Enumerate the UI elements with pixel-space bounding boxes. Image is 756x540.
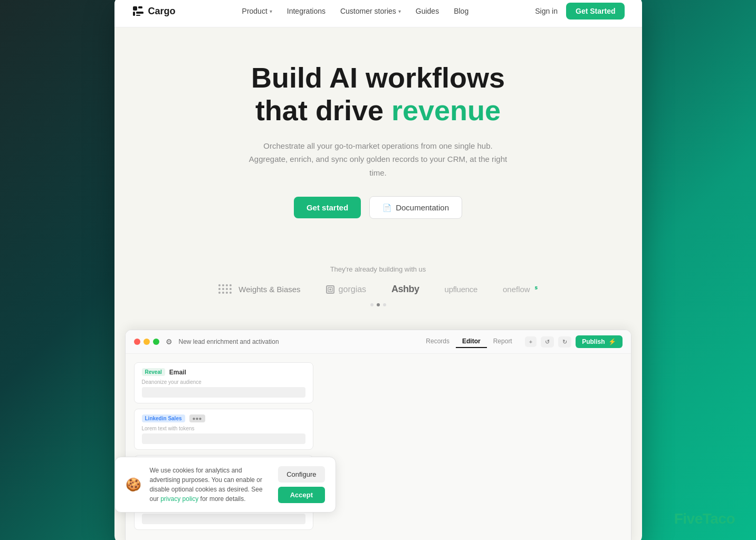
tl-red (134, 339, 140, 345)
get-started-nav-button[interactable]: Get Started (566, 3, 625, 20)
gorgias-icon (326, 285, 334, 294)
node-linkedin: Linkedin Sales ●●● Lorem text with token… (134, 409, 313, 450)
node-reveal: Reveal Email Deanonize your audience (134, 362, 313, 403)
dot-2 (377, 303, 380, 306)
sign-in-button[interactable]: Sign in (535, 7, 558, 15)
app-tab-editor[interactable]: Editor (456, 335, 487, 348)
nav-customer-stories[interactable]: Customer stories ▾ (340, 7, 401, 15)
node-sub-linkedin: Lorem text with tokens (142, 426, 305, 431)
node-badge-sync: ●●● (189, 414, 205, 422)
logo-upfluence: upfluence (445, 285, 477, 294)
app-tab-report[interactable]: Report (487, 335, 519, 348)
tl-green (153, 339, 159, 345)
nav-product[interactable]: Product ▾ (242, 7, 272, 15)
configure-button[interactable]: Configure (278, 466, 324, 483)
hero-title: Build AI workflows that drive revenue (136, 61, 621, 127)
watermark: FiveTaco (674, 510, 735, 527)
logos-label: They're already building with us (136, 265, 621, 273)
nav-integrations[interactable]: Integrations (287, 7, 326, 15)
node-badge-linkedin: Linkedin Sales (142, 414, 185, 422)
node-header-reveal: Reveal Email (142, 368, 305, 376)
logo[interactable]: Cargo (131, 5, 176, 17)
app-publish-button[interactable]: Publish ⚡ (576, 335, 622, 348)
app-bar: ⚙ New lead enrichment and activation Rec… (126, 330, 631, 354)
chevron-down-icon-2: ▾ (398, 8, 401, 14)
accept-button[interactable]: Accept (278, 487, 324, 503)
nav-blog[interactable]: Blog (454, 7, 468, 15)
svg-rect-3 (136, 12, 143, 14)
chevron-down-icon: ▾ (270, 8, 272, 14)
privacy-policy-link[interactable]: privacy policy (160, 495, 198, 503)
nav-actions: Sign in Get Started (535, 3, 625, 20)
logo-icon (131, 5, 144, 17)
svg-point-6 (329, 288, 331, 291)
app-bar-title: New lead enrichment and activation (179, 338, 414, 345)
svg-rect-0 (133, 6, 137, 11)
nav-guides[interactable]: Guides (416, 7, 439, 15)
logo-text: Cargo (148, 6, 176, 17)
logo-ashby: Ashby (391, 284, 419, 295)
node-header-linkedin: Linkedin Sales ●●● (142, 414, 305, 422)
hero-section: Build AI workflows that drive revenue Or… (114, 27, 642, 266)
logo-weights-biases: Weights & Biases (218, 284, 300, 294)
node-input-apollo[interactable] (142, 514, 305, 524)
node-badge-reveal: Reveal (142, 368, 165, 376)
cookie-banner: 🍪 We use cookies for analytics and adver… (114, 457, 336, 513)
app-redo-button[interactable]: ↻ (558, 336, 571, 348)
doc-icon: 📄 (382, 204, 391, 212)
app-tab-records[interactable]: Records (419, 335, 456, 348)
svg-rect-2 (133, 12, 135, 16)
hero-subtitle: Orchestrate all your go-to-market operat… (246, 139, 510, 180)
app-add-button[interactable]: + (525, 336, 537, 347)
cookie-text: We use cookies for analytics and adverti… (150, 466, 270, 504)
dot-1 (370, 303, 374, 306)
app-bar-actions: + ↺ ↻ Publish ⚡ (525, 335, 623, 348)
main-card: Cargo Product ▾ Integrations Customer st… (114, 0, 642, 540)
svg-rect-1 (138, 6, 142, 8)
logos-row: Weights & Biases gorgias Ashby upfluence… (136, 284, 621, 295)
documentation-button[interactable]: 📄 Documentation (369, 196, 462, 219)
navbar: Cargo Product ▾ Integrations Customer st… (114, 0, 642, 27)
wb-logo-icon (218, 284, 232, 294)
pagination-dots (136, 303, 621, 306)
node-sub-reveal: Deanonize your audience (142, 379, 305, 385)
cookie-icon: 🍪 (126, 477, 141, 492)
get-started-button[interactable]: Get started (294, 197, 361, 218)
node-title-reveal: Email (169, 369, 186, 376)
app-tabs: Records Editor Report (419, 335, 518, 348)
hero-buttons: Get started 📄 Documentation (136, 196, 621, 219)
app-undo-button[interactable]: ↺ (541, 336, 554, 348)
traffic-lights (134, 339, 159, 345)
svg-rect-4 (136, 15, 140, 16)
cookie-actions: Configure Accept (278, 466, 324, 503)
app-bar-workflow-icon: ⚙ (166, 338, 173, 346)
logos-section: They're already building with us Weights… (114, 265, 642, 319)
tl-yellow (143, 339, 150, 345)
logo-gorgias: gorgias (326, 285, 366, 294)
logo-oneflow: oneflow ˢ (503, 284, 538, 294)
node-input-reveal[interactable] (142, 387, 305, 398)
hero-green-word: revenue (391, 94, 501, 126)
node-input-linkedin[interactable] (142, 433, 305, 444)
nav-links: Product ▾ Integrations Customer stories … (242, 7, 469, 15)
dot-3 (383, 303, 386, 306)
